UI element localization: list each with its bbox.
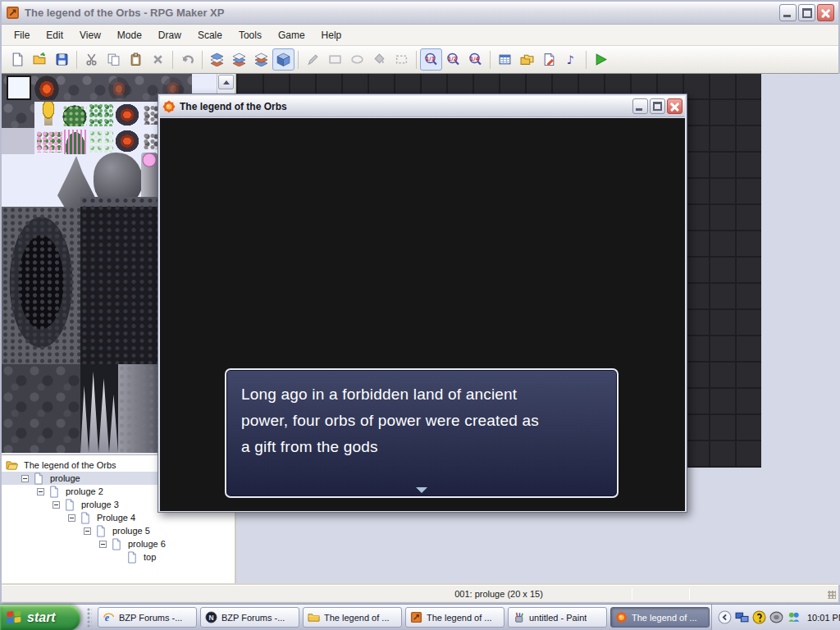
- tree-expander[interactable]: [21, 475, 29, 482]
- toolbar-separator: [298, 51, 299, 69]
- menu-item-help[interactable]: Help: [313, 25, 350, 45]
- taskbar-button-2[interactable]: NBZP Forums -...: [200, 607, 299, 628]
- game-close-button[interactable]: [667, 98, 682, 114]
- toolbar-separator: [586, 51, 587, 69]
- taskbar-button-6[interactable]: The legend of ...: [610, 607, 710, 628]
- map-page-icon: [126, 551, 138, 564]
- tree-expander[interactable]: [52, 501, 60, 509]
- tray-chevron-icon[interactable]: [718, 610, 732, 624]
- tile-cave-wall-bottom: [2, 364, 80, 453]
- menu-item-draw[interactable]: Draw: [150, 25, 189, 45]
- script-editor-button[interactable]: [538, 48, 560, 71]
- game-window-title-bar[interactable]: The legend of the Orbs: [160, 96, 685, 117]
- tree-item-proluge-6[interactable]: proluge 6: [2, 537, 235, 550]
- menu-item-edit[interactable]: Edit: [38, 25, 71, 45]
- tree-expander[interactable]: [68, 514, 75, 522]
- tree-expander[interactable]: [84, 527, 91, 535]
- tree-item-top[interactable]: top: [2, 550, 235, 564]
- menu-item-view[interactable]: View: [71, 25, 109, 45]
- open-project-button[interactable]: [29, 48, 51, 71]
- layer-1-button[interactable]: [206, 48, 228, 71]
- tray-icons: [716, 610, 802, 624]
- map-page-icon: [94, 525, 107, 537]
- taskbar-button-3[interactable]: The legend of ...: [303, 607, 402, 628]
- delete-button[interactable]: [147, 48, 169, 71]
- tree-expander[interactable]: [37, 488, 44, 495]
- start-button[interactable]: start: [0, 605, 80, 630]
- tile-debris: [143, 133, 159, 149]
- game-sun-icon: [615, 611, 628, 623]
- zoom-1-1-button[interactable]: 1/1: [420, 48, 442, 71]
- playtest-button[interactable]: [590, 48, 612, 71]
- tile-lava-rock: [34, 75, 59, 100]
- tree-item-proluge-4[interactable]: Proluge 4: [2, 511, 235, 524]
- taskbar-handle[interactable]: [87, 608, 92, 628]
- menu-item-game[interactable]: Game: [270, 25, 313, 45]
- svg-text:1/1: 1/1: [426, 56, 436, 62]
- save-project-button[interactable]: [51, 48, 73, 71]
- tile-mushroom: [38, 102, 59, 126]
- game-minimize-button[interactable]: [632, 98, 648, 114]
- taskbar-button-1[interactable]: eBZP Forums -...: [98, 607, 197, 628]
- rpg-maker-icon: [410, 611, 422, 623]
- tile-cactus: [62, 105, 87, 126]
- alert-icon[interactable]: [752, 610, 766, 624]
- start-label: start: [27, 610, 56, 625]
- resize-grip[interactable]: [828, 591, 836, 599]
- taskbar-button-label: The legend of ...: [427, 613, 492, 623]
- arrow-up-icon: [223, 80, 230, 84]
- folder-open-icon: [6, 459, 18, 472]
- network-icon[interactable]: [735, 610, 749, 624]
- menu-item-file[interactable]: File: [6, 25, 38, 45]
- tree-item-proluge-5[interactable]: proluge 5: [2, 524, 235, 537]
- tile-lava-boulder: [115, 103, 139, 126]
- taskbar-button-4[interactable]: The legend of ...: [405, 607, 504, 628]
- map-page-icon: [32, 472, 44, 485]
- scroll-up-button[interactable]: [218, 75, 234, 89]
- tree-item-label: Proluge 4: [94, 512, 138, 523]
- tray-clock: 10:01 PM: [807, 613, 840, 623]
- paint-icon: [513, 611, 525, 623]
- layer-2-button[interactable]: [228, 48, 250, 71]
- undo-button[interactable]: [176, 48, 199, 71]
- minimize-button[interactable]: [779, 4, 797, 21]
- message-line: Long ago in a forbidden land of ancient: [241, 381, 602, 408]
- taskbar-button-5[interactable]: untitled - Paint: [508, 607, 607, 628]
- game-message-window: Long ago in a forbidden land of ancientp…: [225, 368, 619, 498]
- tile-stalagmites: [80, 364, 118, 453]
- status-separator: [632, 588, 632, 600]
- materials-button[interactable]: [516, 48, 538, 71]
- close-button[interactable]: [817, 4, 834, 21]
- tree-expander[interactable]: [99, 541, 107, 548]
- menu-item-mode[interactable]: Mode: [109, 25, 150, 45]
- menu-item-scale[interactable]: Scale: [189, 25, 231, 45]
- disc-icon[interactable]: [769, 610, 783, 624]
- zoom-1-2-button[interactable]: 1/2: [442, 48, 464, 71]
- new-project-button[interactable]: [7, 48, 29, 71]
- paste-button[interactable]: [125, 48, 147, 71]
- tile-pink-plant: [64, 130, 87, 154]
- tree-item-label: top: [141, 551, 158, 563]
- maximize-button[interactable]: [798, 4, 815, 21]
- taskbar-button-label: BZP Forums -...: [119, 613, 182, 623]
- cut-button[interactable]: [80, 48, 103, 71]
- layer-3-button[interactable]: [250, 48, 272, 71]
- tile-wall-column: [118, 364, 159, 453]
- rectangle-button: [324, 48, 346, 71]
- zoom-1-4-button[interactable]: 1/4: [464, 48, 486, 71]
- database-button[interactable]: [494, 48, 516, 71]
- event-layer-button[interactable]: [272, 48, 294, 71]
- taskbar-button-label: The legend of ...: [324, 613, 390, 623]
- game-screen[interactable]: Long ago in a forbidden land of ancientp…: [160, 118, 685, 511]
- svg-text:N: N: [208, 614, 213, 622]
- menu-bar: FileEditViewModeDrawScaleToolsGameHelp: [2, 25, 838, 46]
- selected-blank-tile[interactable]: [7, 75, 31, 100]
- menu-item-tools[interactable]: Tools: [231, 25, 270, 45]
- sound-test-button[interactable]: ♪: [560, 48, 582, 71]
- copy-button[interactable]: [103, 48, 125, 71]
- message-pause-arrow-icon: [416, 487, 427, 493]
- game-maximize-button[interactable]: [650, 98, 665, 114]
- messenger-icon[interactable]: [787, 610, 801, 624]
- rpg-maker-icon: [6, 6, 20, 20]
- tile-cave-wall: [80, 197, 159, 364]
